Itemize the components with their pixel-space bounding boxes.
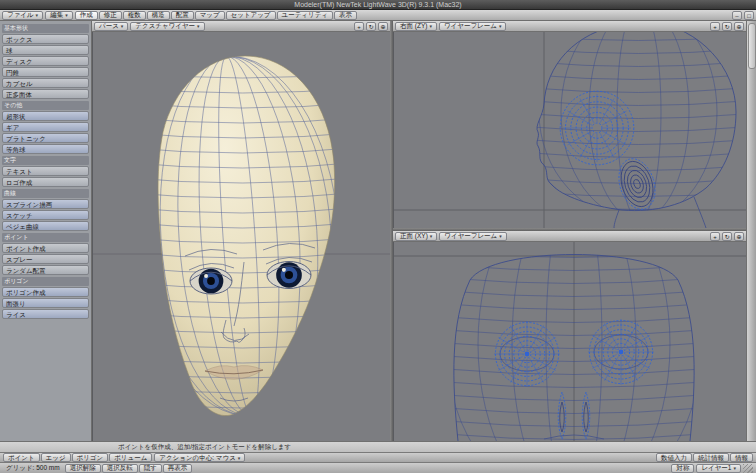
sidebar-item[interactable]: ボックス [2,34,89,44]
scrollbar-thumb[interactable] [748,23,756,69]
viewport-side: 右面 (ZY) ▾ ワイヤーフレーム ▾ + ↻ ⊕ [393,21,746,228]
toolbar-row-1: ポイントエッジポリゴンボリューム アクションの中心: マウス ▾ 数値入力統計情… [0,452,756,462]
chevron-down-icon: ▾ [499,232,502,240]
chevron-down-icon: ▾ [238,454,241,462]
sidebar-item[interactable]: プラトニック [2,133,89,143]
rotate-icon[interactable]: ↻ [722,22,732,31]
sidebar-item[interactable]: 球 [2,45,89,55]
tab-5[interactable]: 配置 [171,11,194,20]
view-type-dropdown[interactable]: パース ▾ [94,22,128,31]
viewport-front: 正面 (XY) ▾ ワイヤーフレーム ▾ + ↻ ⊕ [393,231,746,441]
tab-1[interactable]: 作成 [75,11,98,20]
tab-8[interactable]: ユーティリティ [277,11,333,20]
maximize-icon[interactable]: □ [744,11,754,20]
viewport-side-header: 右面 (ZY) ▾ ワイヤーフレーム ▾ + ↻ ⊕ [393,21,746,32]
viewport-front-header: 正面 (XY) ▾ ワイヤーフレーム ▾ + ↻ ⊕ [393,231,746,242]
edit-menu[interactable]: 編集 ▾ [45,11,73,20]
tab-3[interactable]: 複数 [123,11,146,20]
selection-mode-buttons: ポイントエッジポリゴンボリューム [3,453,152,462]
shading-mode-dropdown[interactable]: ワイヤーフレーム ▾ [439,232,506,241]
file-menu[interactable]: ファイル ▾ [2,11,43,20]
mode-button-2[interactable]: エッジ [41,453,71,462]
tab-9[interactable]: 表示 [334,11,357,20]
sidebar-item[interactable]: スケッチ [2,210,89,220]
symmetry-toggle[interactable]: 対称 [671,464,694,473]
menu-tabs: 作成修正複数構造配置マップセットアップユーティリティ表示 [75,11,357,20]
shading-mode-label: ワイヤーフレーム [444,232,497,240]
view-type-label: 右面 (ZY) [400,22,427,30]
toolbar1-button-2[interactable]: 統計情報 [693,453,729,462]
zoom-icon[interactable]: ⊕ [378,22,388,31]
mode-button-3[interactable]: ポリゴン [72,453,109,462]
sidebar-item[interactable]: カプセル [2,78,89,88]
sidebar-item[interactable]: 超形状 [2,111,89,121]
sidebar-group-header: ポリゴン [2,277,89,286]
sidebar-item[interactable]: ギア [2,122,89,132]
sidebar-item[interactable]: ポイント作成 [2,243,89,253]
pan-icon[interactable]: + [354,22,364,31]
sidebar-item[interactable]: 面張り [2,298,89,308]
head-wireframe-side [394,32,746,228]
perspective-canvas[interactable] [92,32,390,441]
pan-icon[interactable]: + [710,22,720,31]
sidebar-item[interactable]: 円錐 [2,67,89,77]
sidebar-item[interactable]: 正多面体 [2,89,89,99]
sidebar-item[interactable]: テキスト [2,166,89,176]
tab-6[interactable]: マップ [195,11,225,20]
action-center-dropdown[interactable]: アクションの中心: マウス ▾ [154,453,245,462]
sidebar-group-header: 曲線 [2,189,89,198]
side-canvas[interactable] [393,32,746,228]
toolbar-row-2: グリッド: 500 mm 選択解除選択反転隠す再表示 対称 レイヤー1 ▾ [0,462,756,473]
rotate-icon[interactable]: ↻ [366,22,376,31]
chevron-down-icon: ▾ [197,22,200,30]
sidebar-item[interactable]: ディスク [2,56,89,66]
view-type-label: 正面 (XY) [400,232,428,240]
toolbar2-button-3[interactable]: 隠す [139,464,162,473]
sidebar-item[interactable]: ベジェ曲線 [2,221,89,231]
sidebar-item[interactable]: ランダム配置 [2,265,89,275]
head-wireframe-front [394,242,746,441]
mode-button-1[interactable]: ポイント [3,453,40,462]
head-model-perspective [93,32,390,441]
view-type-dropdown[interactable]: 正面 (XY) ▾ [395,232,437,241]
sidebar-group-header: その他 [2,101,89,110]
zoom-icon[interactable]: ⊕ [734,22,744,31]
view-type-dropdown[interactable]: 右面 (ZY) ▾ [395,22,437,31]
layer-label: レイヤー1 [701,464,731,472]
shading-mode-dropdown[interactable]: テクスチャワイヤー ▾ [130,22,204,31]
viewport-perspective: パース ▾ テクスチャワイヤー ▾ + ↻ ⊕ [92,21,390,441]
tab-4[interactable]: 構造 [147,11,170,20]
chevron-down-icon: ▾ [65,11,68,19]
toolbar2-button-1[interactable]: 選択解除 [65,464,101,473]
sidebar-item[interactable]: 等角球 [2,144,89,154]
toolbar1-button-1[interactable]: 数値入力 [656,453,692,462]
pan-icon[interactable]: + [710,232,720,241]
right-scrollbar[interactable] [746,21,756,441]
layer-dropdown[interactable]: レイヤー1 ▾ [696,464,741,473]
toolbar1-button-3[interactable]: 情報 [730,453,753,462]
sidebar-item[interactable]: ポリゴン作成 [2,287,89,297]
tab-7[interactable]: セットアップ [226,11,276,20]
front-canvas[interactable] [393,242,746,441]
toolbar2-button-4[interactable]: 再表示 [163,464,193,473]
action-center-label: アクションの中心: マウス [159,454,235,462]
sidebar-item[interactable]: スプレー [2,254,89,264]
sidebar: 基本形状ボックス球ディスク円錐カプセル正多面体その他超形状ギアプラトニック等角球… [0,21,92,441]
sidebar-item[interactable]: スプライン描画 [2,199,89,209]
file-menu-label: ファイル [7,11,34,19]
minimize-icon[interactable]: – [732,11,742,20]
sidebar-item[interactable]: ロゴ作成 [2,177,89,187]
status-hint: ポイントを仮作成、追加/指定ポイントモードを解除します [0,441,756,452]
chevron-down-icon: ▾ [430,232,433,240]
shading-mode-dropdown[interactable]: ワイヤーフレーム ▾ [439,22,506,31]
tab-2[interactable]: 修正 [99,11,122,20]
resize-grip-icon[interactable] [743,464,753,473]
toolbar2-button-2[interactable]: 選択反転 [102,464,138,473]
sidebar-item[interactable]: ライス [2,309,89,319]
menubar: ファイル ▾ 編集 ▾ 作成修正複数構造配置マップセットアップユーティリティ表示… [0,10,756,21]
chevron-down-icon: ▾ [429,22,432,30]
mode-button-4[interactable]: ボリューム [109,453,152,462]
rotate-icon[interactable]: ↻ [722,232,732,241]
shading-mode-label: ワイヤーフレーム [444,22,497,30]
zoom-icon[interactable]: ⊕ [734,232,744,241]
